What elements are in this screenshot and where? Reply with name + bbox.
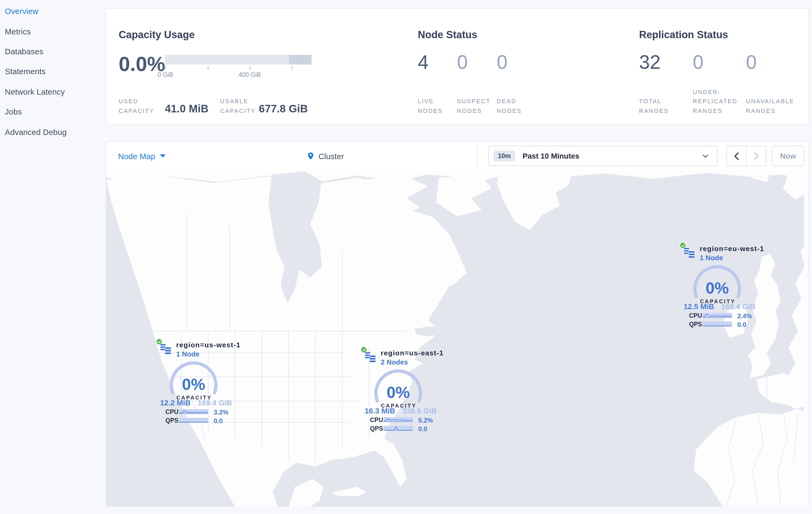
- live-nodes-value: 4: [418, 53, 452, 72]
- under-replicated-ranges-value: 0: [693, 53, 743, 72]
- region-total-capacity: 338.9 GiB: [402, 406, 437, 415]
- capacity-axis-tick: [208, 66, 208, 70]
- suspect-nodes-stat: 0 SUSPECT NODES: [457, 53, 492, 116]
- gauge-percent: 0%: [706, 279, 729, 297]
- region-name: region=us-east-1: [381, 349, 443, 357]
- dead-nodes-value: 0: [497, 53, 530, 72]
- qps-label: QPS: [689, 321, 702, 327]
- under-replicated-ranges-stat: 0 UNDER-REPLICATED RANGES: [693, 53, 743, 116]
- now-button[interactable]: Now: [772, 146, 805, 166]
- database-icon: [683, 246, 695, 259]
- used-capacity-value: 41.0 MiB: [165, 103, 208, 115]
- capacity-percent: 0.0%: [119, 54, 165, 74]
- suspect-nodes-label: SUSPECT NODES: [457, 97, 492, 116]
- cluster-breadcrumb-label: Cluster: [318, 151, 344, 161]
- chevron-left-icon: [734, 152, 739, 160]
- chevron-right-icon: [754, 152, 759, 160]
- sidebar-item-overview[interactable]: Overview: [0, 1, 106, 21]
- capacity-axis-label-400: 400 GiB: [234, 72, 266, 78]
- capacity-usage-title: Capacity Usage: [119, 29, 195, 41]
- time-step-control: [726, 146, 766, 166]
- sidebar-item-metrics[interactable]: Metrics: [0, 21, 106, 42]
- sidebar-item-network-latency[interactable]: Network Latency: [0, 81, 106, 102]
- region-node-count: 1 Node: [176, 350, 200, 358]
- total-ranges-stat: 32 TOTAL RANGES: [639, 53, 680, 116]
- view-selector-label: Node Map: [118, 151, 155, 161]
- cpu-value: 2.4%: [737, 313, 752, 320]
- region-name: region=eu-west-1: [700, 245, 764, 253]
- view-selector-dropdown[interactable]: Node Map: [118, 142, 166, 170]
- sidebar-item-jobs[interactable]: Jobs: [0, 102, 106, 122]
- sidebar-item-statements[interactable]: Statements: [0, 61, 106, 81]
- dead-nodes-label: DEAD NODES: [497, 97, 530, 116]
- live-nodes-label: LIVE NODES: [418, 97, 452, 116]
- time-step-forward-button[interactable]: [746, 146, 766, 166]
- used-capacity-label: USED CAPACITY: [119, 97, 158, 116]
- cpu-label: CPU: [370, 417, 383, 423]
- qps-label: QPS: [370, 425, 383, 432]
- cpu-value: 5.2%: [418, 417, 433, 424]
- node-status-stats: 4 LIVE NODES 0 SUSPECT NODES 0 DEAD NODE…: [418, 53, 530, 116]
- sidebar-item-databases[interactable]: Databases: [0, 42, 106, 61]
- page: Overview Metrics Databases Statements Ne…: [0, 0, 812, 514]
- qps-value: 0.0: [214, 417, 223, 425]
- region-marker-us-west-1[interactable]: region=us-west-1 1 Node 0% CAPACITY 12.2…: [152, 338, 235, 425]
- unavailable-ranges-label: UNAVAILABLE RANGES: [746, 97, 796, 116]
- node-status-title: Node Status: [418, 29, 477, 41]
- chevron-down-icon: [702, 154, 708, 158]
- capacity-bar: [165, 55, 312, 64]
- time-range-label: Past 10 Minutes: [523, 152, 579, 160]
- database-icon: [364, 351, 376, 363]
- region-total-capacity: 169.4 GiB: [721, 302, 756, 311]
- map-toolbar: Node Map Cluster 10m Past 10 Minutes: [106, 142, 808, 170]
- cpu-value: 3.2%: [214, 409, 229, 416]
- region-node-count: 2 Nodes: [381, 358, 408, 366]
- region-used-capacity: 12.2 MiB: [160, 398, 191, 407]
- replication-status-stats: 32 TOTAL RANGES 0 UNDER-REPLICATED RANGE…: [639, 53, 796, 116]
- qps-sparkline: [383, 426, 413, 431]
- toolbar-divider: [477, 146, 477, 166]
- cluster-breadcrumb[interactable]: Cluster: [307, 142, 344, 170]
- capacity-axis-tick: [292, 66, 292, 70]
- caret-down-icon: [160, 154, 166, 158]
- capacity-bar-reserved-segment: [289, 55, 312, 64]
- qps-label: QPS: [166, 417, 179, 424]
- time-range-dropdown[interactable]: 10m Past 10 Minutes: [488, 146, 718, 166]
- replication-status-title: Replication Status: [639, 29, 728, 41]
- now-button-label: Now: [780, 152, 796, 160]
- capacity-axis-tick: [250, 66, 250, 70]
- unavailable-ranges-stat: 0 UNAVAILABLE RANGES: [746, 53, 796, 116]
- node-map-panel: Node Map Cluster 10m Past 10 Minutes: [106, 141, 809, 507]
- region-node-count: 1 Node: [700, 254, 723, 262]
- qps-value: 0.0: [418, 425, 427, 433]
- time-range-badge: 10m: [494, 151, 515, 161]
- cpu-sparkline: [702, 313, 732, 318]
- map-pin-icon: [307, 151, 315, 161]
- total-ranges-value: 32: [639, 53, 680, 72]
- capacity-axis-tick: [166, 66, 166, 70]
- qps-sparkline: [702, 322, 732, 326]
- gauge-percent: 0%: [387, 383, 410, 401]
- qps-value: 0.0: [737, 321, 746, 328]
- time-step-back-button[interactable]: [727, 146, 746, 166]
- suspect-nodes-value: 0: [457, 53, 492, 72]
- region-marker-us-east-1[interactable]: region=us-east-1 2 Nodes 0% CAPACITY 16.…: [357, 346, 440, 433]
- usable-capacity-value: 677.8 GiB: [259, 103, 308, 115]
- region-used-capacity: 12.5 MiB: [684, 302, 714, 311]
- region-name: region=us-west-1: [176, 341, 240, 349]
- cpu-sparkline: [179, 409, 208, 414]
- sidebar-item-advanced-debug[interactable]: Advanced Debug: [0, 122, 106, 142]
- gauge-percent: 0%: [182, 375, 205, 393]
- cpu-sparkline: [383, 417, 413, 422]
- under-replicated-ranges-label: UNDER-REPLICATED RANGES: [693, 87, 743, 116]
- qps-sparkline: [179, 418, 208, 423]
- capacity-axis-label-0: 0 GiB: [149, 72, 181, 78]
- total-ranges-label: TOTAL RANGES: [639, 97, 680, 116]
- database-icon: [160, 343, 172, 355]
- region-total-capacity: 169.4 GiB: [198, 398, 232, 407]
- live-nodes-stat: 4 LIVE NODES: [418, 53, 452, 116]
- sidebar: Overview Metrics Databases Statements Ne…: [0, 0, 106, 514]
- dead-nodes-stat: 0 DEAD NODES: [497, 53, 530, 116]
- region-marker-eu-west-1[interactable]: region=eu-west-1 1 Node 0% CAPACITY 12.5…: [676, 242, 759, 329]
- map-edge: [804, 170, 808, 507]
